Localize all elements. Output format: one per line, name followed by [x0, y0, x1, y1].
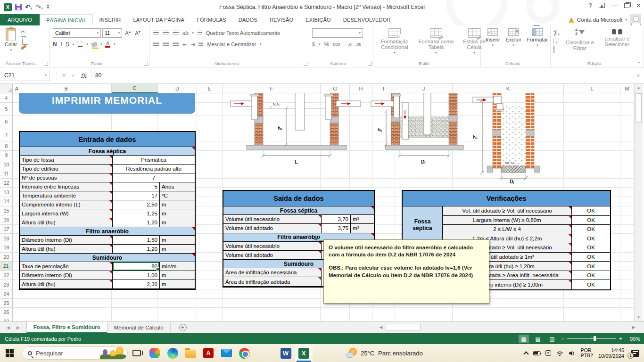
- entrada-label-cell[interactable]: Tipo de fossa: [20, 156, 113, 164]
- column-header-d[interactable]: D: [158, 84, 197, 93]
- column-header-h[interactable]: H: [350, 84, 372, 93]
- format-cells-button[interactable]: Formatar ▾: [525, 27, 550, 59]
- format-as-table-button[interactable]: Formatar como Tabela ▾: [416, 27, 456, 59]
- normal-view-icon[interactable]: ▦: [519, 335, 529, 343]
- wrap-text-icon[interactable]: [198, 31, 202, 35]
- weather-widget[interactable]: 25°C Parc ensolarado: [346, 347, 423, 359]
- entrada-value-cell[interactable]: 5: [113, 182, 160, 191]
- scroll-up-icon[interactable]: ▲: [635, 84, 643, 92]
- scroll-down-icon[interactable]: ▼: [635, 313, 643, 321]
- entrada-unit-cell[interactable]: m: [160, 200, 195, 209]
- avatar[interactable]: [630, 14, 641, 25]
- entrada-value-cell[interactable]: 1,20: [113, 245, 160, 253]
- row-header-26[interactable]: 26: [0, 308, 13, 317]
- entrada-unit-cell[interactable]: m: [160, 209, 195, 218]
- saida-label-cell[interactable]: Volume útil adotado: [223, 251, 322, 259]
- entrada-value-cell[interactable]: 1,50: [113, 236, 160, 244]
- insert-cells-button[interactable]: Inserir ▾: [484, 27, 502, 59]
- account-label[interactable]: Conta da Microsoft: [577, 17, 623, 23]
- row-header-13[interactable]: 13: [0, 188, 13, 197]
- increase-decimal-icon[interactable]: ←,0: [344, 42, 352, 47]
- add-sheet-button[interactable]: +: [179, 324, 187, 331]
- scroll-right-icon[interactable]: ▶: [630, 325, 637, 329]
- verification-result[interactable]: OK: [572, 262, 610, 271]
- excel-taskbar-icon[interactable]: X: [295, 344, 313, 362]
- entrada-value-cell[interactable]: 1,00: [113, 271, 160, 280]
- tray-chevron-icon[interactable]: [523, 351, 528, 356]
- expand-formula-bar-icon[interactable]: ˅: [633, 73, 644, 78]
- save-icon[interactable]: [15, 4, 22, 10]
- entrada-label-cell[interactable]: Taxa de percolação: [20, 262, 113, 271]
- comma-style-icon[interactable]: 000: [333, 42, 340, 47]
- row-header-12[interactable]: 12: [0, 179, 13, 188]
- horizontal-scrollbar[interactable]: ◀ ▶: [377, 323, 637, 331]
- entrada-label-cell[interactable]: Altura útil (hu): [20, 218, 113, 227]
- saida-section-fossa-septica[interactable]: Fossa séptica: [223, 206, 374, 215]
- scroll-left-icon[interactable]: ◀: [377, 325, 385, 329]
- account-dropdown-icon[interactable]: ▾: [625, 18, 627, 22]
- row-header-7[interactable]: 7: [0, 128, 13, 141]
- task-view-icon[interactable]: [128, 344, 146, 362]
- selected-cell-c21[interactable]: 80: [113, 262, 160, 271]
- row-header-10[interactable]: 10: [0, 160, 13, 170]
- entrada-unit-cell[interactable]: Anos: [160, 182, 195, 191]
- row-header-21[interactable]: 21: [0, 262, 13, 271]
- minimize-button[interactable]: —: [611, 2, 618, 9]
- column-header-m[interactable]: M: [620, 84, 634, 93]
- entrada-label-cell[interactable]: Temperatura ambiente: [20, 191, 113, 200]
- row-header-9[interactable]: 9: [0, 151, 13, 160]
- insert-function-icon[interactable]: fx: [81, 72, 86, 79]
- entrada-label-cell[interactable]: Tipo de edifício: [20, 165, 113, 173]
- autosum-button[interactable]: Σ▾: [553, 29, 560, 37]
- zoom-slider-thumb[interactable]: [594, 336, 596, 341]
- saida-label-cell[interactable]: Volume útil necessário: [223, 215, 322, 223]
- sheet-tab-memorial-de-calculo[interactable]: Memorial de Cálculo: [107, 322, 171, 333]
- page-break-view-icon[interactable]: ▥: [547, 335, 557, 343]
- ribbon-display-options-icon[interactable]: ▴: [599, 3, 605, 8]
- collapse-ribbon-icon[interactable]: ⌃: [637, 61, 641, 66]
- word-icon[interactable]: W: [277, 344, 295, 362]
- saida-label-cell[interactable]: Área de infiltração adotada: [223, 277, 322, 286]
- saida-unit-cell[interactable]: m³: [351, 224, 374, 232]
- verification-result[interactable]: OK: [572, 271, 610, 280]
- ribbon-tab-formulas[interactable]: FÓRMULAS: [190, 14, 232, 25]
- format-painter-icon[interactable]: [21, 45, 27, 50]
- enter-icon[interactable]: ✓: [71, 72, 76, 79]
- entrada-value-cell[interactable]: 17: [113, 191, 160, 200]
- increase-indent-icon[interactable]: ⇥: [190, 41, 195, 47]
- shrink-font-icon[interactable]: A▾: [133, 30, 142, 37]
- restore-button[interactable]: [624, 3, 629, 8]
- clipboard-dialog-launcher-icon[interactable]: [44, 62, 48, 66]
- font-dialog-launcher-icon[interactable]: [144, 62, 148, 66]
- redo-button[interactable]: ↷▾: [35, 3, 42, 11]
- row-header-4[interactable]: 4: [0, 93, 13, 103]
- sheet-grid[interactable]: IMPRIMIR MEMORIAL: [13, 93, 634, 321]
- verification-result[interactable]: OK: [572, 225, 610, 234]
- entrada-section-filtro-anaerobio[interactable]: Filtro anaeróbio: [20, 227, 195, 236]
- row-header-15[interactable]: 15: [0, 206, 13, 216]
- verification-criteria[interactable]: Vol. útil adotado ≥ Vol. útil necessário: [443, 206, 572, 215]
- paste-button[interactable]: Colar ▾: [3, 27, 19, 53]
- entrada-label-cell[interactable]: Nº de pessoas: [20, 173, 113, 182]
- saida-value-cell[interactable]: 3,75: [322, 224, 351, 232]
- language-indicator[interactable]: POR PTB2: [581, 348, 593, 358]
- underline-button[interactable]: S: [66, 41, 69, 48]
- entrada-value-cell[interactable]: Prismática: [113, 156, 195, 164]
- number-dialog-launcher-icon[interactable]: [368, 62, 372, 66]
- saida-label-cell[interactable]: Área de infiltração necessária: [223, 268, 322, 277]
- vertical-scrollbar-thumb[interactable]: [636, 93, 642, 123]
- entrada-value-cell[interactable]: 7: [113, 173, 195, 182]
- verification-result[interactable]: OK: [572, 216, 610, 225]
- entrada-label-cell[interactable]: Diâmetro interno (Di): [20, 271, 113, 280]
- column-header-a[interactable]: A: [13, 84, 21, 93]
- entrada-unit-cell[interactable]: min/m: [160, 262, 195, 271]
- row-header-5[interactable]: 5: [0, 103, 13, 115]
- saida-value-cell[interactable]: 3,70: [322, 215, 351, 223]
- column-header-i[interactable]: I: [372, 84, 395, 93]
- formula-input[interactable]: 80: [91, 70, 633, 81]
- entrada-label-cell[interactable]: Altura útil (hu): [20, 280, 113, 288]
- septic-system-diagrams[interactable]: N.A. hᵤ L: [230, 93, 541, 184]
- undo-button[interactable]: ↶▾: [25, 3, 32, 11]
- row-header-11[interactable]: 11: [0, 169, 13, 179]
- edge-icon[interactable]: [164, 344, 182, 362]
